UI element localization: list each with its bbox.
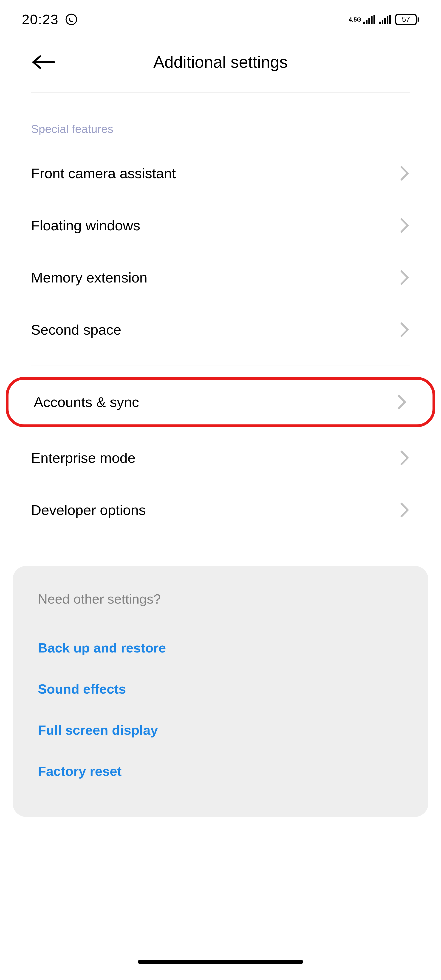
- link-sound-effects[interactable]: Sound effects: [38, 668, 403, 710]
- chevron-right-icon: [400, 269, 410, 286]
- chevron-right-icon: [400, 321, 410, 338]
- back-button[interactable]: [31, 55, 55, 70]
- row-label: Developer options: [31, 502, 146, 518]
- other-settings-card: Need other settings? Back up and restore…: [13, 566, 428, 817]
- battery-percent: 57: [395, 14, 417, 25]
- page-header: Additional settings: [0, 34, 441, 81]
- row-second-space[interactable]: Second space: [0, 304, 441, 356]
- chevron-right-icon: [400, 165, 410, 182]
- row-label: Floating windows: [31, 217, 140, 234]
- row-accounts-sync[interactable]: Accounts & sync: [6, 377, 435, 427]
- row-floating-windows[interactable]: Floating windows: [0, 199, 441, 251]
- status-bar: 20:23 4.5G 57: [0, 0, 441, 34]
- whatsapp-icon: [65, 13, 78, 26]
- signal-icon-2: [379, 15, 391, 24]
- chevron-right-icon: [400, 217, 410, 234]
- row-memory-extension[interactable]: Memory extension: [0, 251, 441, 304]
- section-divider: [31, 365, 410, 365]
- row-developer-options[interactable]: Developer options: [0, 484, 441, 536]
- status-bar-right: 4.5G 57: [349, 14, 419, 25]
- phone-screen: 20:23 4.5G 57: [0, 0, 441, 980]
- network-type-label: 4.5G: [349, 16, 361, 22]
- signal-icon-1: [363, 15, 375, 24]
- status-bar-left: 20:23: [22, 11, 78, 27]
- row-label: Accounts & sync: [34, 394, 139, 410]
- link-back-up-and-restore[interactable]: Back up and restore: [38, 627, 403, 668]
- row-label: Second space: [31, 321, 121, 338]
- link-full-screen-display[interactable]: Full screen display: [38, 710, 403, 751]
- chevron-right-icon: [397, 393, 407, 410]
- row-label: Memory extension: [31, 269, 148, 286]
- status-time: 20:23: [22, 11, 59, 27]
- row-label: Enterprise mode: [31, 450, 135, 466]
- chevron-right-icon: [400, 501, 410, 519]
- section-header-special-features: Special features: [0, 92, 441, 147]
- page-title: Additional settings: [31, 52, 410, 72]
- svg-point-0: [66, 14, 77, 25]
- chevron-right-icon: [400, 449, 410, 466]
- link-factory-reset[interactable]: Factory reset: [38, 751, 403, 792]
- battery-icon: 57: [395, 14, 419, 25]
- row-enterprise-mode[interactable]: Enterprise mode: [0, 432, 441, 484]
- row-label: Front camera assistant: [31, 165, 176, 181]
- home-indicator[interactable]: [138, 960, 303, 964]
- other-settings-title: Need other settings?: [38, 591, 403, 606]
- row-front-camera-assistant[interactable]: Front camera assistant: [0, 147, 441, 199]
